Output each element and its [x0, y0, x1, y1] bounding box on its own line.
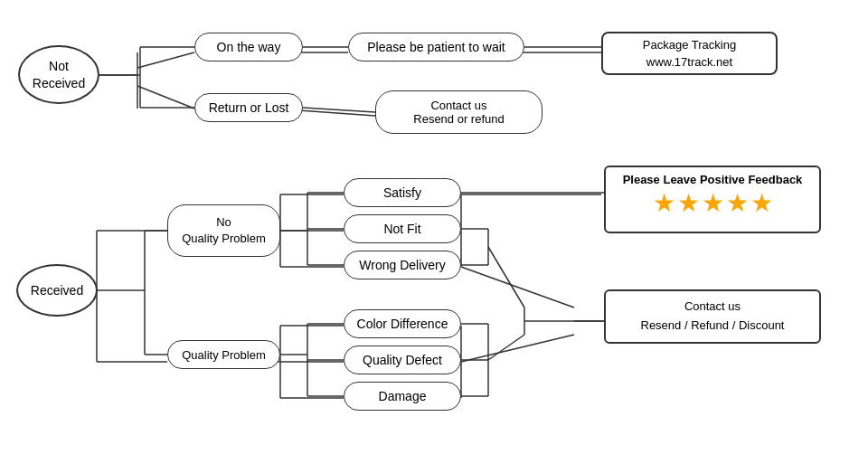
feedback-label: Please Leave Positive Feedback	[615, 173, 810, 186]
received-node: Received	[16, 264, 98, 317]
quality-defect-node: Quality Defect	[344, 346, 461, 374]
package-tracking-node: Package Tracking www.17track.net	[601, 32, 778, 75]
star-2: ★	[677, 188, 700, 218]
on-the-way-node: On the way	[194, 33, 303, 62]
star-1: ★	[653, 188, 675, 218]
stars-row: ★ ★ ★ ★ ★	[615, 188, 810, 218]
not-received-node: Not Received	[18, 45, 99, 104]
wrong-delivery-node: Wrong Delivery	[344, 251, 461, 279]
no-quality-problem-node: No Quality Problem	[167, 204, 280, 257]
satisfy-node: Satisfy	[344, 178, 461, 207]
svg-line-53	[488, 247, 524, 308]
not-fit-node: Not Fit	[344, 214, 461, 243]
svg-line-26	[461, 335, 574, 362]
quality-problem-node: Quality Problem	[167, 340, 280, 369]
patient-wait-node: Please be patient to wait	[348, 33, 524, 62]
star-3: ★	[702, 188, 724, 218]
star-5: ★	[750, 188, 773, 218]
svg-line-1	[137, 86, 194, 109]
color-difference-node: Color Difference	[344, 309, 461, 338]
svg-line-0	[137, 52, 194, 68]
positive-feedback-box: Please Leave Positive Feedback ★ ★ ★ ★ ★	[604, 166, 821, 233]
svg-line-58	[488, 335, 524, 360]
contact-us-bottom-box: Contact us Resend / Refund / Discount	[604, 289, 821, 344]
contact-us-top-node: Contact us Resend or refund	[375, 90, 542, 134]
svg-line-34	[303, 108, 375, 112]
svg-line-24	[461, 267, 574, 308]
star-4: ★	[726, 188, 749, 218]
damage-node: Damage	[344, 382, 461, 411]
return-or-lost-node: Return or Lost	[194, 93, 303, 122]
